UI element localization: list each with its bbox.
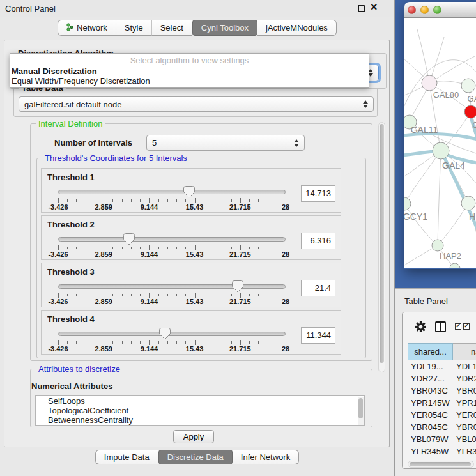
combobox-arrows-icon — [359, 100, 368, 108]
table-panel-title: Table Panel — [404, 296, 448, 306]
network-edge[interactable] — [438, 151, 441, 245]
list-scrollbar[interactable] — [358, 397, 364, 425]
network-edge[interactable] — [404, 204, 438, 245]
tick-label: 15.43 — [186, 250, 204, 258]
slider-ticks — [58, 245, 286, 250]
float-window-icon[interactable] — [358, 5, 365, 12]
network-node-label: GAL11 — [411, 125, 438, 135]
tab-style[interactable]: Style — [116, 20, 152, 36]
checkbox-icons — [455, 323, 470, 330]
table-row[interactable]: YER054CYER0 — [408, 409, 476, 421]
attributes-list[interactable]: SelfLoopsTopologicalCoefficientBetweenne… — [35, 395, 365, 426]
network-edge[interactable] — [417, 29, 429, 83]
table-row[interactable]: YPR145WYPR1 — [408, 397, 476, 409]
network-edge[interactable] — [404, 151, 441, 204]
scrollbar-thumb[interactable] — [358, 398, 363, 418]
control-panel: Control Panel × NetworkStyleSelectCyni T… — [0, 0, 395, 476]
tab-cyni-toolbox[interactable]: Cyni Toolbox — [192, 20, 257, 36]
network-node-label: GCY1 — [404, 211, 427, 222]
slider-track[interactable] — [58, 237, 286, 242]
tab-jactivemnodules[interactable]: jActiveMNodules — [257, 20, 337, 36]
table-data-combobox[interactable]: galFiltered.sif default node — [19, 96, 374, 112]
slider-track[interactable] — [58, 332, 286, 336]
numerical-attributes-label: Numerical Attributes — [31, 381, 112, 391]
threshold-label: Threshold 4 — [47, 314, 95, 324]
threshold-panel-3: Threshold 3-3.4262.8599.14415.4321.71528… — [41, 263, 341, 307]
top-tab-bar: NetworkStyleSelectCyni ToolboxjActiveMNo… — [0, 20, 394, 36]
network-window-titlebar[interactable] — [404, 2, 476, 18]
tick-label: -3.426 — [48, 298, 68, 305]
slider-ticks — [58, 293, 286, 298]
attribute-list-item[interactable]: BetweennessCentrality — [36, 415, 364, 425]
attribute-list-item[interactable]: TopologicalCoefficient — [36, 406, 364, 415]
vertical-scrollbar[interactable] — [378, 122, 385, 372]
tab-discretize-data[interactable]: Discretize Data — [158, 450, 233, 464]
table-cell: YPR145W — [408, 397, 453, 409]
table-row[interactable]: YBR043CYBR0 — [408, 385, 476, 397]
network-node-label: GAL4 — [442, 160, 465, 171]
column-header[interactable]: na — [453, 343, 476, 360]
slider-handle[interactable] — [123, 233, 135, 245]
network-edge[interactable] — [431, 37, 444, 79]
threshold-value-field[interactable]: 21.4 — [301, 280, 335, 296]
threshold-value-field[interactable]: 6.316 — [301, 233, 335, 249]
network-node[interactable] — [422, 75, 437, 91]
table-header-row: shared...na — [408, 343, 476, 360]
network-node[interactable] — [432, 240, 443, 251]
close-icon[interactable]: × — [371, 1, 378, 14]
zoom-traffic-light-icon[interactable] — [433, 6, 441, 14]
network-node[interactable] — [461, 196, 475, 210]
horizontal-scrollbar[interactable] — [408, 461, 474, 468]
table-cell: YBR043C — [408, 385, 453, 397]
threshold-value-field[interactable]: 11.344 — [301, 327, 335, 344]
slider-handle[interactable] — [232, 280, 243, 293]
network-node[interactable] — [464, 105, 476, 118]
network-edge-thick[interactable] — [404, 134, 476, 142]
table-row[interactable]: YDL19...YDL1 — [408, 360, 476, 372]
table-row[interactable]: YLR345WYLR3 — [408, 445, 476, 457]
table-cell: YBR045C — [408, 421, 453, 433]
slider-handle[interactable] — [159, 328, 171, 340]
threshold-value-field[interactable]: 14.713 — [301, 185, 335, 202]
network-node[interactable] — [433, 142, 449, 159]
table-row[interactable]: YDR27...YDR2 — [408, 372, 476, 385]
apply-button[interactable]: Apply — [173, 430, 214, 443]
tab-infer-network[interactable]: Infer Network — [233, 450, 299, 464]
slider-handle[interactable] — [183, 186, 195, 198]
slider-track[interactable] — [58, 190, 286, 194]
checkbox-icon[interactable] — [455, 323, 461, 330]
table-cell: YER0 — [453, 409, 476, 421]
tick-label: 28 — [282, 203, 289, 211]
gear-icon[interactable] — [415, 321, 426, 332]
close-traffic-light-icon[interactable] — [408, 6, 416, 14]
tab-impute-data[interactable]: Impute Data — [95, 450, 158, 464]
table-panel: Table Panel — [395, 288, 476, 476]
table-row[interactable]: YBL079WYBL0 — [408, 433, 476, 445]
dropdown-option[interactable]: Equal Width/Frequency Discretization — [10, 76, 369, 86]
tick-label: 21.715 — [229, 203, 251, 211]
network-canvas[interactable]: GAL80GACGAL11GAL4GCY1HHAP2 — [404, 18, 476, 268]
tick-label: 2.859 — [95, 250, 112, 258]
checkbox-icon[interactable] — [463, 323, 470, 330]
table-row[interactable]: YBR045CYBR0 — [408, 421, 476, 433]
table-data-value: galFiltered.sif default node — [24, 100, 121, 109]
table-cell: YBL0 — [453, 433, 476, 445]
attribute-list-item[interactable]: SelfLoops — [36, 396, 364, 406]
columns-icon[interactable] — [435, 321, 446, 332]
network-node[interactable] — [461, 79, 475, 93]
number-of-intervals-label: Number of Intervals — [54, 138, 132, 148]
slider-ticks — [58, 340, 286, 345]
tab-select[interactable]: Select — [152, 20, 192, 36]
tab-network[interactable]: Network — [58, 20, 116, 36]
scrollbar-thumb[interactable] — [380, 124, 384, 363]
dropdown-option[interactable]: Manual Discretization — [10, 66, 369, 76]
number-of-intervals-combobox[interactable]: 5 — [146, 135, 305, 151]
network-icon — [66, 23, 73, 33]
network-node[interactable] — [404, 197, 411, 210]
column-header[interactable]: shared... — [408, 343, 453, 360]
scrollbar-thumb[interactable] — [410, 462, 471, 466]
minimize-traffic-light-icon[interactable] — [420, 6, 429, 14]
network-edge[interactable] — [438, 203, 468, 245]
slider-tick-labels: -3.4262.8599.14415.4321.71528 — [58, 298, 286, 305]
slider-track[interactable] — [58, 284, 286, 289]
